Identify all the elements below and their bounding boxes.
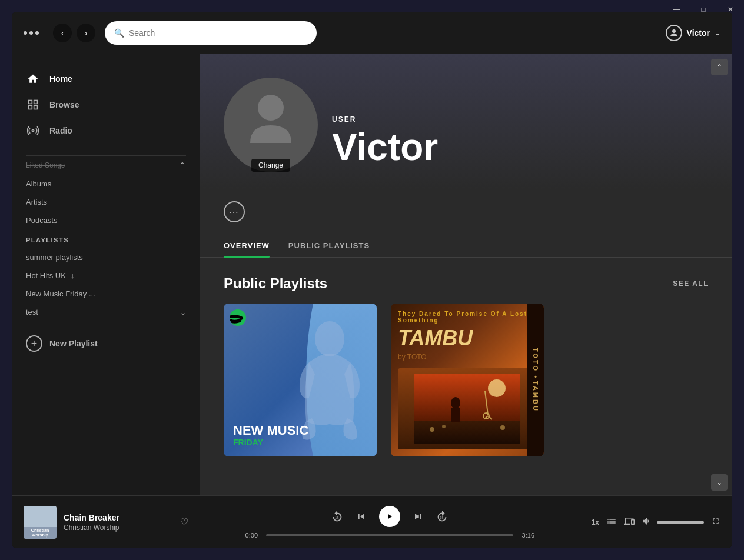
volume-icon[interactable]	[642, 516, 652, 528]
progress-track[interactable]	[266, 534, 513, 536]
collapse-icon[interactable]: ⌃	[179, 161, 186, 170]
nav-arrows: ‹ ›	[53, 24, 95, 42]
playlist-name: New Music Friday ...	[26, 289, 95, 298]
playlist-item-test[interactable]: test ⌄	[26, 303, 186, 321]
player-controls: 15	[200, 506, 580, 539]
user-area[interactable]: Victor ⌄	[666, 25, 720, 41]
sidebar-playlists: PLAYLISTS summer playlists Hot Hits UK ↓…	[12, 229, 200, 321]
dot-2	[29, 31, 33, 35]
sidebar-nav: Home Browse	[12, 54, 200, 155]
user-name-label: Victor	[687, 28, 710, 38]
playlist-card-toto[interactable]: They Dared To Promise Of A Lost Somethin…	[391, 304, 544, 456]
library-section: Liked Songs ⌃ Albums Artists Podcasts	[12, 155, 200, 229]
svg-point-0	[672, 29, 676, 33]
svg-point-6	[258, 95, 284, 121]
profile-type-label: USER	[332, 115, 438, 124]
sidebar-item-albums[interactable]: Albums	[26, 175, 186, 193]
svg-rect-13	[451, 408, 460, 422]
toto-inner: They Dared To Promise Of A Lost Somethin…	[391, 304, 544, 456]
public-playlists-section-header: Public Playlists SEE ALL	[200, 275, 732, 292]
track-name: Chain Breaker	[64, 513, 173, 522]
radio-label: Radio	[49, 126, 72, 135]
right-controls: 1x	[592, 516, 720, 528]
speed-button[interactable]: 1x	[592, 518, 599, 526]
avatar-change-button[interactable]: Change	[251, 159, 290, 172]
toto-album-title: TAMBU	[398, 326, 537, 351]
replay-15-button[interactable]: 15	[331, 510, 344, 523]
user-avatar-icon	[666, 25, 682, 41]
forward-button[interactable]: ›	[77, 24, 95, 42]
svg-point-8	[315, 321, 344, 356]
tab-overview[interactable]: OVERVIEW	[224, 234, 270, 257]
forward-15-button[interactable]: 15	[436, 510, 449, 523]
playlist-name: summer playlists	[26, 253, 83, 262]
main-content: ⌃ Change USER Vi	[200, 54, 732, 495]
svg-rect-1	[29, 101, 32, 104]
toto-vertical-text: TOTO ♦ TAMBU	[527, 304, 544, 456]
playlist-card-img-toto: They Dared To Promise Of A Lost Somethin…	[391, 304, 544, 456]
playlist-item-newmusic[interactable]: New Music Friday ...	[26, 285, 186, 303]
playlists-section-label: PLAYLISTS	[26, 236, 69, 244]
sidebar-item-podcasts[interactable]: Podcasts	[26, 211, 186, 229]
browse-icon	[26, 98, 40, 112]
track-thumbnail: Christian Worship	[24, 506, 57, 539]
nmf-text-area: New Music FRIDAY	[233, 424, 367, 447]
sidebar-item-home[interactable]: Home	[12, 66, 200, 92]
next-button[interactable]	[412, 511, 424, 522]
nmf-title: New Music	[233, 424, 367, 438]
toto-art-area	[398, 368, 537, 449]
back-button[interactable]: ‹	[53, 24, 72, 42]
new-playlist-button[interactable]: + New Playlist	[12, 326, 200, 361]
queue-button[interactable]	[606, 516, 617, 528]
thumb-bottom: Christian Worship	[24, 527, 57, 539]
track-info: Christian Worship Chain Breaker Christia…	[24, 506, 188, 539]
svg-rect-4	[29, 106, 32, 109]
toto-subtitle-top: They Dared To Promise Of A Lost Somethin…	[398, 311, 537, 324]
svg-point-18	[430, 427, 434, 432]
previous-button[interactable]	[356, 511, 367, 522]
header: ‹ › 🔍 Victor ⌄	[12, 12, 732, 54]
svg-rect-3	[34, 106, 38, 109]
search-bar[interactable]: 🔍	[105, 21, 317, 45]
sidebar-item-radio[interactable]: Radio	[12, 118, 200, 144]
thumb-top	[24, 506, 57, 527]
more-options-button[interactable]: ⋯	[224, 201, 245, 222]
profile-actions: ⋯	[200, 189, 732, 234]
profile-tabs: OVERVIEW PUBLIC PLAYLISTS	[200, 234, 732, 258]
search-input[interactable]	[129, 28, 307, 38]
volume-track[interactable]	[657, 521, 704, 524]
new-playlist-label: New Playlist	[49, 339, 98, 348]
svg-point-5	[32, 129, 34, 131]
playlist-name: test	[26, 308, 38, 316]
heart-button[interactable]: ♡	[180, 516, 188, 528]
volume-fill	[657, 521, 704, 524]
playlists-grid: New Music FRIDAY They Dared To Promise O…	[200, 304, 732, 480]
toto-vt-tambu: TAMBU	[532, 381, 539, 412]
devices-button[interactable]	[624, 516, 635, 528]
app-window: ‹ › 🔍 Victor ⌄	[12, 12, 732, 548]
svg-rect-10	[414, 421, 520, 444]
svg-text:15: 15	[336, 515, 339, 519]
scroll-down-button[interactable]: ⌄	[711, 474, 728, 491]
sidebar-item-browse[interactable]: Browse	[12, 92, 200, 118]
chevron-icon: ⌄	[180, 308, 186, 316]
playlist-item-hothitsuk[interactable]: Hot Hits UK ↓	[26, 266, 186, 285]
see-all-button[interactable]: SEE ALL	[673, 279, 709, 288]
scroll-up-button[interactable]: ⌃	[711, 59, 728, 75]
dot-1	[24, 31, 27, 35]
dots-menu[interactable]	[24, 31, 39, 35]
playlist-card-nmf[interactable]: New Music FRIDAY	[224, 304, 377, 456]
playlist-item-summer[interactable]: summer playlists	[26, 248, 186, 266]
avatar-container: Change	[224, 78, 318, 172]
spotify-logo	[230, 309, 246, 328]
volume-container	[642, 516, 704, 528]
tab-public-playlists[interactable]: PUBLIC PLAYLISTS	[288, 234, 370, 257]
profile-header: Change USER Victor	[200, 54, 732, 189]
expand-button[interactable]	[711, 516, 720, 528]
current-time: 0:00	[243, 532, 260, 539]
play-button[interactable]	[379, 506, 400, 527]
toto-vt-toto: TOTO	[532, 348, 539, 372]
sidebar-item-artists[interactable]: Artists	[26, 193, 186, 211]
svg-rect-9	[414, 374, 520, 421]
playlist-name: Hot Hits UK	[26, 271, 66, 280]
